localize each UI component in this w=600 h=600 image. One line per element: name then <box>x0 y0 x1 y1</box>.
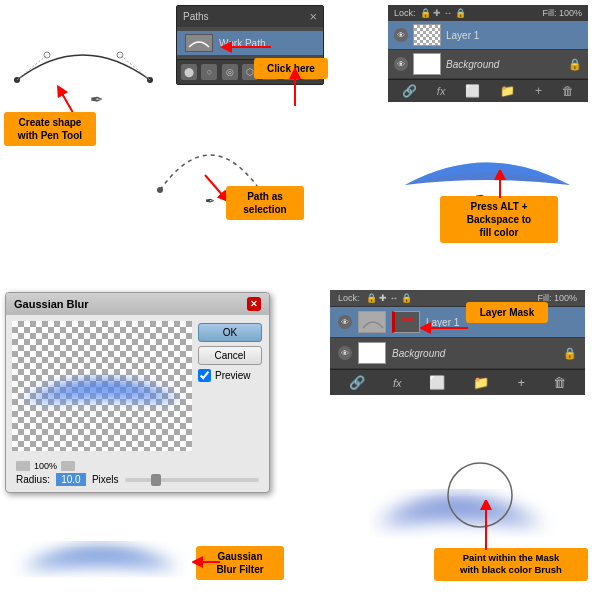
gaussian-cancel-button[interactable]: Cancel <box>198 346 262 365</box>
layers-top-toolbar: 🔗 fx ⬜ 📁 + 🗑 <box>388 79 588 102</box>
alt-backspace-arrow <box>490 170 510 200</box>
paths-panel-title: Paths <box>183 11 209 22</box>
bg-eye-b[interactable]: 👁 <box>338 346 352 360</box>
svg-rect-18 <box>401 317 413 321</box>
gaussian-close-button[interactable]: ✕ <box>247 297 261 311</box>
paint-brush-arrow <box>476 500 496 552</box>
pixels-label: Pixels <box>92 474 119 485</box>
layer1-mask-thumb <box>392 311 420 333</box>
fill-path-icon[interactable]: ⬤ <box>181 64 197 80</box>
alt-backspace-label: Press ALT + Backspace to fill color <box>440 196 558 243</box>
layer1-eye-b[interactable]: 👁 <box>338 315 352 329</box>
blue-swoosh-bottom-left <box>10 518 190 585</box>
bg-lock-top: 🔒 <box>568 58 582 71</box>
preview-checkbox[interactable] <box>198 369 211 382</box>
path-sel-label: Path as selection <box>226 186 304 220</box>
new-icon-b[interactable]: + <box>517 375 525 390</box>
fill-label: Fill: 100% <box>542 8 582 18</box>
gaussian-icons-row: 100% <box>16 461 259 471</box>
stroke-path-icon[interactable]: ○ <box>201 64 217 80</box>
bg-eye-top[interactable]: 👁 <box>394 57 408 71</box>
paths-panel-close[interactable]: × <box>309 9 317 24</box>
path-to-sel-icon[interactable]: ◎ <box>222 64 238 80</box>
svg-text:✒: ✒ <box>90 91 103 108</box>
layer1-label-top: Layer 1 <box>446 30 479 41</box>
bg-lock-b: 🔒 <box>563 347 577 360</box>
bg-thumb-top <box>413 53 441 75</box>
mask-icon-b[interactable]: ⬜ <box>429 375 445 390</box>
pen-tool-area: ✒ <box>2 10 162 180</box>
bg-label-b: Background <box>392 348 445 359</box>
trash-icon-top[interactable]: 🗑 <box>562 84 574 98</box>
gaussian-slider[interactable] <box>125 478 259 482</box>
layer1-color-thumb <box>358 311 386 333</box>
paint-brush-label: Paint within the Mask with black color B… <box>434 548 588 581</box>
gaussian-preview-check[interactable]: Preview <box>198 369 262 382</box>
gaussian-icon2 <box>61 461 75 471</box>
folder-icon-b[interactable]: 📁 <box>473 375 489 390</box>
layers-bottom-toolbar: 🔗 fx ⬜ 📁 + 🗑 <box>330 369 585 395</box>
paths-panel-titlebar: Paths × <box>177 6 323 27</box>
gaussian-blur-dialog: Gaussian Blur ✕ OK Cancel Preview <box>5 292 270 493</box>
layer1-row-top[interactable]: 👁 Layer 1 <box>388 21 588 50</box>
background-row-top[interactable]: 👁 Background 🔒 <box>388 50 588 79</box>
folder-icon-top[interactable]: 📁 <box>500 84 515 98</box>
paths-arrow-svg <box>186 32 276 62</box>
link-icon-top[interactable]: 🔗 <box>402 84 417 98</box>
svg-line-2 <box>17 55 47 80</box>
pen-curve-svg: ✒ <box>2 10 162 120</box>
layer-mask-arrow <box>420 316 470 341</box>
preview-label: Preview <box>215 370 251 381</box>
gaussian-zoom: 100% <box>34 461 57 471</box>
layer-mask-label: Layer Mask <box>466 302 548 323</box>
mask-icon-top[interactable]: ⬜ <box>465 84 480 98</box>
gaussian-arrow <box>192 552 222 572</box>
gaussian-preview-svg <box>12 341 192 441</box>
trash-icon-b[interactable]: 🗑 <box>553 375 566 390</box>
gaussian-radius-row: Radius: 10.0 Pixels <box>16 473 259 486</box>
click-here-arrow <box>280 68 310 108</box>
gaussian-slider-thumb[interactable] <box>151 474 161 486</box>
background-row-bottom[interactable]: 👁 Background 🔒 <box>330 338 585 369</box>
gaussian-title: Gaussian Blur <box>14 298 89 310</box>
gaussian-footer: 100% Radius: 10.0 Pixels <box>6 457 269 492</box>
svg-point-12 <box>157 187 163 193</box>
gaussian-icon1 <box>16 461 30 471</box>
lock-icons-b: 🔒 ✚ ↔ 🔒 <box>366 293 413 303</box>
gaussian-titlebar: Gaussian Blur ✕ <box>6 293 269 315</box>
locks-label: Lock: <box>394 8 416 18</box>
bg-thumb-b <box>358 342 386 364</box>
locks-label-b: Lock: <box>338 293 360 303</box>
layers-top-bar: Lock: 🔒 ✚ ↔ 🔒 Fill: 100% <box>388 5 588 21</box>
radius-value[interactable]: 10.0 <box>56 473 86 486</box>
new-icon-top[interactable]: + <box>535 84 542 98</box>
fx-icon-b[interactable]: fx <box>393 377 402 389</box>
gaussian-buttons-panel: OK Cancel Preview <box>198 321 262 451</box>
radius-label: Radius: <box>16 474 50 485</box>
pen-tool-label: Create shape with Pen Tool <box>4 112 96 146</box>
svg-line-3 <box>120 55 150 80</box>
blue-swoosh-bl-svg <box>10 518 190 583</box>
gaussian-body: OK Cancel Preview <box>6 315 269 457</box>
layer1-eye[interactable]: 👁 <box>394 28 408 42</box>
lock-icons: 🔒 ✚ ↔ 🔒 <box>420 8 467 18</box>
gaussian-ok-button[interactable]: OK <box>198 323 262 342</box>
bg-label-top: Background <box>446 59 499 70</box>
link-icon-b[interactable]: 🔗 <box>349 375 365 390</box>
svg-text:✒: ✒ <box>205 194 215 208</box>
fx-icon-top[interactable]: fx <box>437 85 446 97</box>
svg-rect-17 <box>397 314 417 332</box>
gaussian-preview-canvas <box>12 321 192 451</box>
layer1-thumb <box>413 24 441 46</box>
layers-panel-top: Lock: 🔒 ✚ ↔ 🔒 Fill: 100% 👁 Layer 1 👁 Bac… <box>388 5 588 102</box>
